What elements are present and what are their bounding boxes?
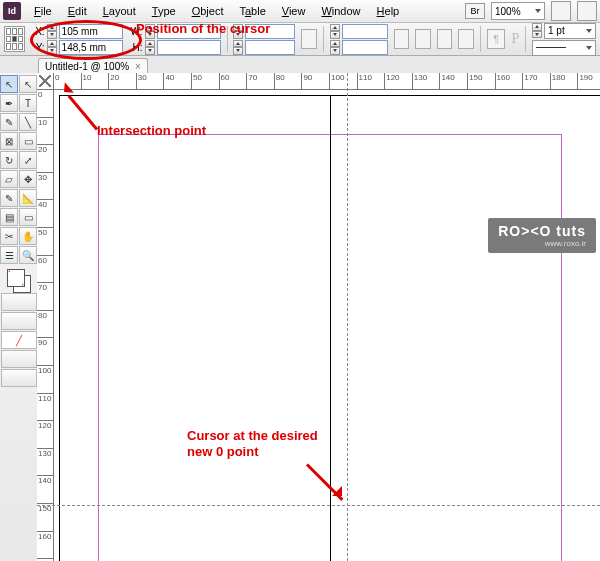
tool-gradient[interactable]: ▤ [0,208,18,226]
ruler-tick: 60 [37,255,54,265]
menu-file[interactable]: File [27,3,59,19]
scale-x-field[interactable] [245,24,295,39]
tool-selection[interactable]: ↖ [0,75,18,93]
menu-type[interactable]: Type [145,3,183,19]
paragraph-style-icon[interactable]: ¶ [487,29,506,49]
stroke-spinner[interactable] [532,23,542,38]
ruler-tick: 140 [439,73,454,89]
ruler-tick: 120 [37,420,54,430]
tool-note[interactable]: ☰ [0,246,18,264]
fill-stroke-swatch[interactable] [7,269,31,293]
stroke-weight-field[interactable]: 1 pt [544,23,596,39]
x-field[interactable]: 105 mm [59,24,123,39]
ruler-tick: 130 [37,448,54,458]
char-style-icon[interactable]: P [511,31,519,47]
tool-pen[interactable]: ✒ [0,94,18,112]
tool-eyedropper[interactable]: ✎ [0,189,18,207]
toolbox: ↖↖✒T✎╲⊠▭↻⤢▱✥✎📐▤▭✂✋☰🔍╱ [0,73,38,561]
rotate-ccw-icon[interactable] [394,29,410,49]
ruler-tick: 130 [412,73,427,89]
tool-apply-none[interactable]: ╱ [1,331,37,349]
zoom-dropdown[interactable]: 100% [491,2,545,20]
tool-pencil[interactable]: ✎ [0,113,18,131]
ruler-tick: 150 [467,73,482,89]
tool-preview-view[interactable] [1,369,37,387]
vertical-ruler[interactable]: 0102030405060708090100110120130140150160… [37,89,54,561]
menu-edit[interactable]: Edit [61,3,94,19]
menu-view[interactable]: View [275,3,313,19]
menu-help[interactable]: Help [370,3,407,19]
horizontal-ruler[interactable]: 0102030405060708090100110120130140150160… [53,73,600,90]
tab-title: Untitled-1 @ 100% [45,61,129,72]
tool-line[interactable]: ╲ [19,113,37,131]
canvas-area: 0102030405060708090100110120130140150160… [37,73,600,561]
scale-x-spinner[interactable] [233,24,243,39]
ruler-tick: 20 [37,144,54,154]
tool-shear[interactable]: ▱ [0,170,18,188]
ruler-tick: 10 [37,117,54,127]
shear-field[interactable] [342,40,388,55]
rotate-spinner[interactable] [330,24,340,39]
bridge-button[interactable]: Br [465,3,485,19]
tool-scissors[interactable]: ✂ [0,227,18,245]
tool-hand[interactable]: ✋ [19,227,37,245]
tool-button[interactable]: ▭ [19,208,37,226]
ruler-tick: 30 [136,73,147,89]
view-options-icon[interactable] [551,1,571,21]
scale-y-field[interactable] [245,40,295,55]
rotate-field[interactable] [342,24,388,39]
flip-v-icon[interactable] [458,29,474,49]
tab-close-icon[interactable]: × [135,61,141,72]
ruler-tick: 60 [219,73,230,89]
ruler-tick: 10 [81,73,92,89]
h-label: H: [129,42,143,53]
document-tab[interactable]: Untitled-1 @ 100% × [38,58,148,74]
ruler-tick: 50 [37,227,54,237]
ruler-tick: 50 [191,73,202,89]
tool-zoom[interactable]: 🔍 [19,246,37,264]
link-icon[interactable] [301,29,317,49]
x-spinner[interactable] [47,24,57,39]
spine-guide [330,96,331,561]
tool-scale[interactable]: ⤢ [19,151,37,169]
ruler-tick: 0 [53,73,59,89]
scale-y-spinner[interactable] [233,40,243,55]
tool-free-transform[interactable]: ✥ [19,170,37,188]
w-spinner[interactable] [145,24,155,39]
tool-rotate[interactable]: ↻ [0,151,18,169]
tool-normal-view[interactable] [1,350,37,368]
y-spinner[interactable] [47,40,57,55]
ruler-origin[interactable] [37,73,54,90]
cursor-guide-v [347,73,348,561]
menu-layout[interactable]: Layout [96,3,143,19]
tool-type[interactable]: T [19,94,37,112]
menu-table[interactable]: Table [232,3,272,19]
ruler-tick: 160 [495,73,510,89]
y-label: Y: [31,42,45,53]
ruler-tick: 80 [37,310,54,320]
screen-mode-icon[interactable] [577,1,597,21]
rotate-cw-icon[interactable] [415,29,431,49]
shear-spinner[interactable] [330,40,340,55]
ruler-tick: 110 [357,73,372,89]
ruler-tick: 160 [37,531,54,541]
reference-point-proxy[interactable] [4,26,25,52]
y-field[interactable]: 148,5 mm [59,40,123,55]
menu-object[interactable]: Object [185,3,231,19]
stroke-style-field[interactable] [532,40,596,56]
flip-h-icon[interactable] [437,29,453,49]
ruler-tick: 90 [37,337,54,347]
h-field[interactable] [157,40,221,55]
ruler-tick: 40 [163,73,174,89]
tool-rectangle[interactable]: ▭ [19,132,37,150]
w-field[interactable] [157,24,221,39]
ruler-tick: 180 [550,73,565,89]
tool-measure[interactable]: 📐 [19,189,37,207]
tool-rect-frame[interactable]: ⊠ [0,132,18,150]
tool-direct-selection[interactable]: ↖ [19,75,37,93]
menu-window[interactable]: Window [314,3,367,19]
h-spinner[interactable] [145,40,155,55]
tool-format-text[interactable] [1,312,37,330]
tool-format-container[interactable] [1,293,37,311]
ruler-tick: 140 [37,475,54,485]
